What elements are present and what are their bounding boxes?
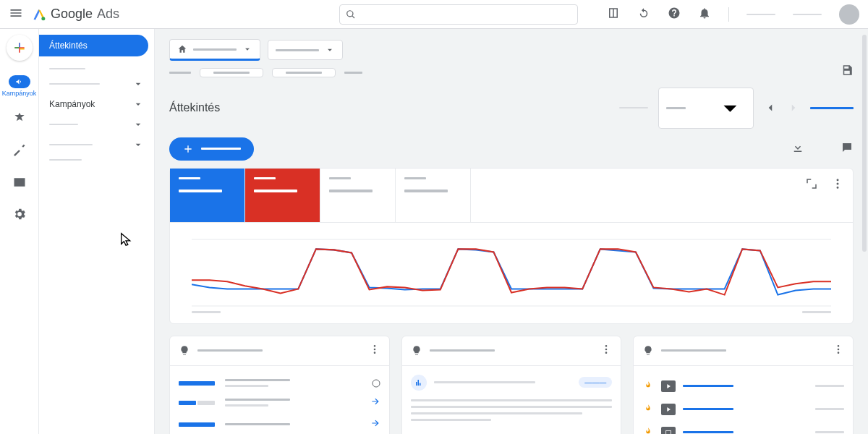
insight-badge: ———: [579, 377, 612, 388]
svg-point-0: [41, 17, 45, 20]
metric-tab-2[interactable]: [245, 169, 320, 222]
divider: [728, 7, 729, 22]
sidebar-item[interactable]: [39, 64, 154, 74]
chevron-down-icon: [132, 139, 144, 150]
performance-chart-card: [169, 168, 854, 324]
dropdown-icon: [325, 45, 335, 55]
insights-card: ———: [401, 336, 622, 434]
campaign-selector[interactable]: [268, 40, 343, 60]
product-logo: Google Ads: [32, 7, 119, 22]
chevron-down-icon: [132, 98, 144, 110]
line-chart: [192, 236, 831, 310]
recommendation-item[interactable]: [179, 392, 380, 414]
scrollbar[interactable]: [862, 35, 867, 252]
insight-chart-icon: [411, 375, 427, 391]
sidebar-campaigns[interactable]: Kampányok: [39, 94, 154, 114]
download-icon[interactable]: [791, 141, 804, 157]
sidebar-overview[interactable]: Áttekintés: [39, 35, 148, 56]
account-text: [746, 14, 775, 15]
create-button[interactable]: [7, 35, 33, 61]
video-item[interactable]: [642, 421, 844, 434]
sidebar-item[interactable]: [39, 74, 154, 94]
rail-billing-icon[interactable]: [12, 175, 27, 192]
filter-row: [169, 68, 854, 77]
videos-card: [633, 336, 854, 434]
account-text: [793, 14, 822, 15]
lightbulb-icon: [179, 345, 190, 357]
chevron-down-icon: [132, 78, 144, 90]
help-icon[interactable]: [668, 7, 681, 22]
save-view-icon[interactable]: [841, 64, 854, 80]
video-thumb: [661, 380, 676, 392]
sidebar-item[interactable]: [39, 114, 154, 135]
product-sub: Ads: [97, 7, 119, 22]
filter-chip[interactable]: [200, 68, 263, 77]
recommendations-card: [169, 336, 390, 434]
rail-goals-icon[interactable]: [12, 111, 27, 129]
fire-icon: [642, 380, 654, 392]
sidebar: Áttekintés Kampányok: [39, 29, 155, 434]
info-icon[interactable]: [372, 379, 380, 388]
lightbulb-icon: [411, 345, 422, 357]
rail-settings-icon[interactable]: [12, 207, 27, 224]
metric-tab-1[interactable]: [170, 169, 245, 222]
dropdown-icon: [242, 44, 252, 54]
dropdown-icon: [715, 93, 746, 124]
more-icon[interactable]: [600, 344, 612, 358]
chart-zoom-icon[interactable]: [805, 177, 818, 193]
refresh-icon[interactable]: [637, 7, 650, 22]
metric-tab-4[interactable]: [396, 169, 471, 222]
notifications-icon[interactable]: [698, 7, 711, 22]
search-icon: [346, 9, 356, 20]
prev-period-icon[interactable]: [764, 101, 777, 114]
svg-point-3: [373, 380, 380, 387]
rail-tools-icon[interactable]: [12, 143, 27, 161]
home-icon: [177, 44, 187, 54]
plus-icon: [182, 143, 194, 155]
video-item[interactable]: [642, 375, 844, 398]
fire-icon: [642, 427, 654, 434]
page-title: Áttekintés: [169, 101, 220, 114]
svg-rect-4: [666, 430, 671, 434]
more-icon[interactable]: [369, 344, 380, 358]
rail-campaigns-label: Kampányok: [2, 90, 37, 97]
more-icon[interactable]: [831, 177, 844, 193]
left-rail: Kampányok: [0, 29, 39, 434]
next-period-icon[interactable]: [787, 101, 800, 114]
product-name: Google: [51, 7, 93, 22]
account-selector[interactable]: [169, 39, 260, 61]
main-content: Áttekintés: [155, 29, 868, 434]
date-label: [619, 107, 648, 109]
search-input[interactable]: [339, 4, 578, 25]
new-campaign-button[interactable]: [169, 137, 254, 161]
date-range-selector[interactable]: [658, 88, 754, 129]
fire-icon: [642, 404, 654, 415]
video-thumb: [661, 404, 676, 415]
app-header: Google Ads: [0, 0, 868, 29]
feedback-icon[interactable]: [841, 141, 854, 157]
compare-toggle[interactable]: [810, 107, 854, 109]
menu-icon[interactable]: [9, 6, 23, 23]
metric-tab-3[interactable]: [320, 169, 396, 222]
sidebar-item[interactable]: [39, 155, 154, 165]
chevron-down-icon: [132, 119, 144, 130]
filter-chip[interactable]: [272, 68, 336, 77]
reports-icon[interactable]: [607, 7, 620, 22]
avatar[interactable]: [839, 4, 859, 25]
sidebar-item[interactable]: [39, 135, 154, 155]
more-icon[interactable]: [833, 344, 844, 358]
video-item[interactable]: [642, 398, 844, 421]
search-field[interactable]: [360, 9, 571, 20]
lightbulb-icon: [642, 345, 654, 357]
recommendation-item[interactable]: [179, 375, 380, 392]
ad-thumb: [661, 427, 676, 434]
rail-campaigns[interactable]: Kampányok: [2, 75, 37, 97]
recommendation-item[interactable]: [179, 414, 380, 434]
